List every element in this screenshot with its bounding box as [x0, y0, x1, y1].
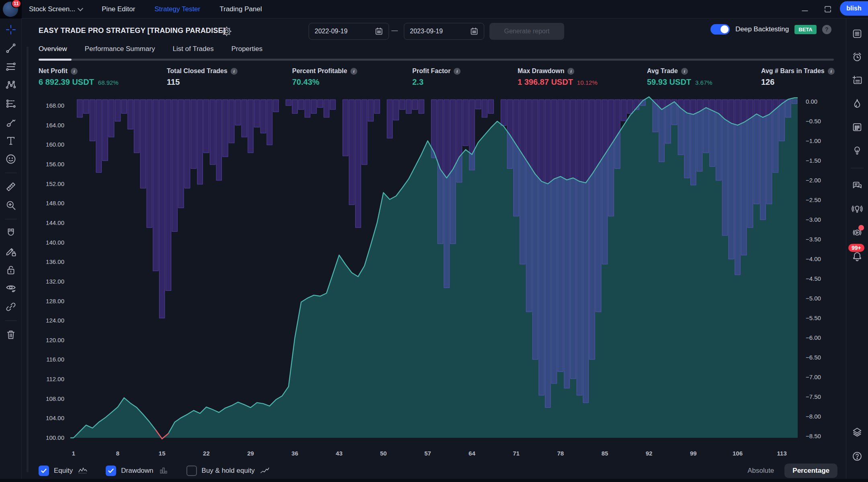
- equity-legend-item[interactable]: Equity: [39, 466, 88, 476]
- equity-chart-area[interactable]: 168.00164.00160.00156.00152.00148.00144.…: [22, 79, 842, 462]
- percentage-scale-button[interactable]: Percentage: [784, 464, 837, 478]
- object-tree-icon[interactable]: [852, 427, 863, 438]
- svg-text:1: 1: [72, 450, 75, 457]
- notifications-bell-icon[interactable]: 99+: [852, 250, 863, 261]
- ruler-tool-icon[interactable]: [5, 181, 16, 192]
- xabcd-pattern-tool-icon[interactable]: [5, 80, 16, 91]
- tab-strategy-tester[interactable]: Strategy Tester: [154, 5, 200, 13]
- svg-text:108.00: 108.00: [46, 395, 64, 402]
- svg-text:152.00: 152.00: [46, 180, 64, 187]
- live-streams-icon[interactable]: [852, 227, 863, 238]
- restore-window-icon[interactable]: [823, 4, 833, 14]
- trash-icon[interactable]: [5, 329, 16, 340]
- svg-text:50: 50: [380, 450, 387, 457]
- info-icon[interactable]: i: [454, 68, 461, 75]
- info-icon[interactable]: i: [350, 68, 357, 75]
- long-short-position-tool-icon[interactable]: [5, 98, 16, 109]
- svg-text:−1.00: −1.00: [806, 137, 821, 144]
- svg-text:8: 8: [116, 450, 119, 457]
- svg-text:124.00: 124.00: [46, 317, 64, 324]
- date-from-input[interactable]: 2022-09-19: [309, 23, 389, 40]
- emoji-tool-icon[interactable]: [5, 153, 16, 165]
- hide-drawings-icon[interactable]: [5, 283, 16, 294]
- tab-list-of-trades[interactable]: List of Trades: [173, 45, 214, 53]
- tab-stock-screener[interactable]: Stock Screen...: [29, 5, 82, 13]
- watchlist-icon[interactable]: [852, 28, 863, 39]
- info-icon[interactable]: i: [681, 68, 688, 75]
- absolute-scale-button[interactable]: Absolute: [747, 467, 774, 475]
- lock-tool-icon[interactable]: [5, 264, 16, 276]
- tab-performance-summary[interactable]: Performance Summary: [85, 45, 155, 53]
- report-tabs: Overview Performance Summary List of Tra…: [39, 45, 262, 53]
- svg-text:−3.50: −3.50: [806, 236, 821, 243]
- toolbar-divider: [5, 219, 17, 219]
- generate-report-button[interactable]: Generate report: [489, 23, 564, 40]
- crosshair-tool-icon[interactable]: [5, 24, 16, 35]
- news-icon[interactable]: [852, 75, 863, 86]
- deep-backtesting-help-icon[interactable]: ?: [822, 25, 831, 34]
- strategy-settings-gear-icon[interactable]: [221, 26, 232, 39]
- publish-button[interactable]: blish: [840, 1, 868, 16]
- drawdown-legend-item[interactable]: Drawdown: [106, 466, 168, 476]
- live-indicator-dot: [858, 225, 864, 231]
- sidebar-divider: [851, 168, 864, 168]
- svg-text:120.00: 120.00: [46, 337, 64, 343]
- magnet-tool-icon[interactable]: [5, 227, 16, 239]
- calendar-icon[interactable]: [852, 121, 863, 133]
- svg-text:140.00: 140.00: [46, 239, 64, 246]
- brush-tool-icon[interactable]: [5, 116, 16, 128]
- help-icon[interactable]: [852, 451, 863, 462]
- svg-text:−2.50: −2.50: [806, 196, 821, 203]
- svg-text:−7.50: −7.50: [806, 393, 821, 400]
- info-icon[interactable]: i: [71, 68, 78, 75]
- toolbar-divider: [5, 321, 17, 321]
- svg-text:−4.50: −4.50: [806, 275, 821, 282]
- svg-text:−8.00: −8.00: [806, 413, 821, 420]
- deep-backtesting-toggle[interactable]: [710, 24, 730, 35]
- hotlists-icon[interactable]: [852, 98, 863, 109]
- svg-text:−6.50: −6.50: [806, 354, 821, 361]
- chats-icon[interactable]: [852, 180, 863, 192]
- svg-text:−4.00: −4.00: [806, 255, 821, 262]
- drawing-edit-lock-icon[interactable]: [5, 246, 16, 257]
- topbar: 11 Stock Screen... Pine Editor Strategy …: [0, 0, 868, 18]
- zoom-in-tool-icon[interactable]: [5, 200, 16, 211]
- drawdown-checkbox[interactable]: [106, 466, 116, 476]
- tabs-underline: [39, 59, 834, 61]
- svg-text:0.00: 0.00: [806, 98, 817, 105]
- info-icon[interactable]: i: [567, 68, 574, 75]
- equity-checkbox[interactable]: [39, 466, 49, 476]
- calendar-icon[interactable]: [374, 27, 384, 36]
- svg-text:128.00: 128.00: [46, 298, 64, 304]
- date-to-input[interactable]: 2023-09-19: [404, 23, 484, 40]
- svg-text:−2.00: −2.00: [806, 177, 821, 184]
- right-sidebar: 99+: [846, 18, 868, 482]
- tab-pine-editor[interactable]: Pine Editor: [102, 5, 135, 13]
- text-tool-icon[interactable]: [5, 135, 16, 146]
- link-tool-icon[interactable]: [5, 301, 16, 312]
- tab-properties[interactable]: Properties: [231, 45, 262, 53]
- svg-text:85: 85: [602, 450, 608, 457]
- tab-trading-panel[interactable]: Trading Panel: [219, 5, 262, 13]
- calendar-icon[interactable]: [469, 27, 479, 36]
- notification-count-badge: 11: [11, 0, 21, 8]
- svg-text:−6.00: −6.00: [806, 334, 821, 341]
- info-icon[interactable]: i: [828, 68, 835, 75]
- svg-text:−5.50: −5.50: [806, 315, 821, 321]
- buy-hold-legend-item[interactable]: Buy & hold equity: [186, 466, 270, 476]
- chart-legend-row: Equity Drawdown Buy & hol: [39, 463, 837, 479]
- equity-area-icon: [78, 466, 88, 475]
- window-bottom-edge: [0, 479, 868, 482]
- scale-toggle-group: Absolute Percentage: [747, 464, 837, 478]
- info-icon[interactable]: i: [231, 68, 237, 75]
- alerts-icon[interactable]: [852, 51, 863, 63]
- ideas-icon[interactable]: [852, 145, 863, 156]
- buy-hold-checkbox[interactable]: [186, 466, 197, 476]
- equity-drawdown-chart[interactable]: 168.00164.00160.00156.00152.00148.00144.…: [22, 79, 842, 462]
- ideas-stream-icon[interactable]: [852, 204, 863, 215]
- trend-line-tool-icon[interactable]: [5, 43, 16, 54]
- horizontal-lines-tool-icon[interactable]: [5, 61, 16, 72]
- svg-text:57: 57: [424, 450, 431, 457]
- minimize-icon[interactable]: [800, 5, 809, 14]
- tab-overview[interactable]: Overview: [39, 45, 67, 53]
